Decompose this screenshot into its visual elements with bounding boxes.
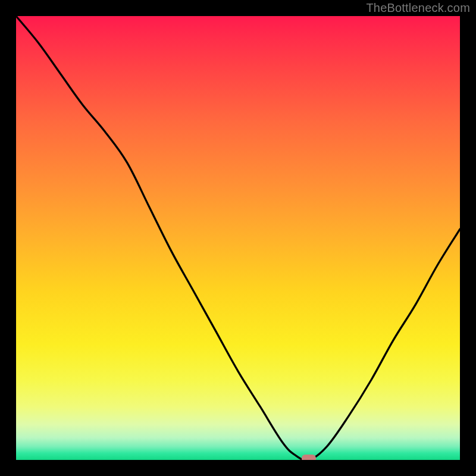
bottleneck-curve: [16, 16, 460, 460]
watermark-text: TheBottleneck.com: [366, 1, 470, 15]
optimum-marker: [302, 455, 316, 460]
plot-area: [16, 16, 460, 460]
chart-frame: TheBottleneck.com: [0, 0, 476, 476]
